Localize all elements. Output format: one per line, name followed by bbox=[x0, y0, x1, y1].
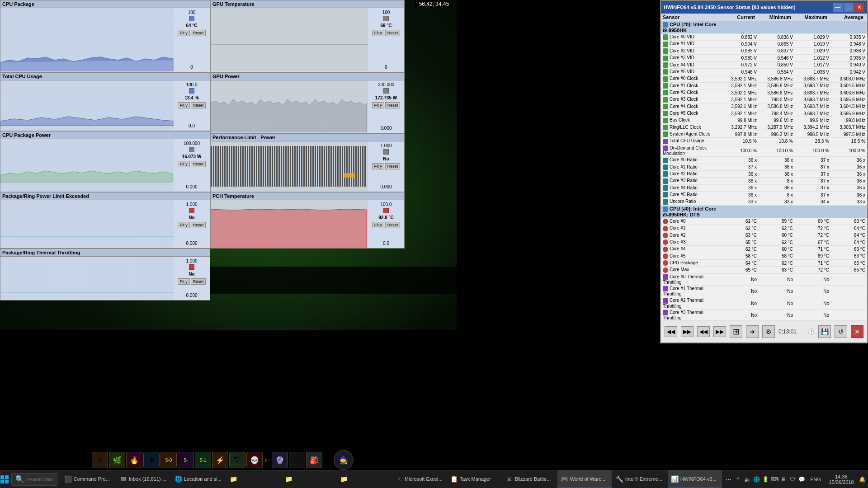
sensor-row[interactable]: Core #1 Clock3,592.1 MHz3,586.8 MHz3,693… bbox=[661, 83, 867, 89]
sensor-row[interactable]: Core #5 VID0.946 V0.554 V1.033 V0.942 V bbox=[661, 69, 867, 75]
ui-btn-1[interactable]: 🧙 bbox=[334, 450, 354, 470]
sensor-row[interactable]: Core #1 VID0.904 V0.865 V1.019 V0.948 V bbox=[661, 41, 867, 47]
ability-5[interactable]: 5-0 bbox=[160, 452, 177, 468]
cpu-pkg-fit-btn[interactable]: Fit y bbox=[178, 30, 190, 36]
taskbar-app-intel[interactable]: 🔧 Intel® Extreme... bbox=[613, 470, 667, 488]
taskbar-app-cmd[interactable]: ⬛ Command Pro... bbox=[61, 470, 115, 488]
pkg-ring-reset-btn[interactable]: Reset bbox=[191, 222, 206, 228]
pkg-thermal-fit-btn[interactable]: Fit y bbox=[178, 278, 190, 285]
sensor-row[interactable]: Core #3 Thermal ThrottlingNoNoNo bbox=[661, 310, 867, 320]
sensor-row[interactable]: Core #2 Ratio36 x36 x37 x36 x bbox=[661, 171, 867, 178]
cpu-usage-reset-btn[interactable]: Reset bbox=[191, 102, 206, 108]
sensor-row[interactable]: Core #4 VID0.972 V0.850 V1.017 V0.940 V bbox=[661, 62, 867, 69]
ability-3[interactable]: 🔥 bbox=[126, 452, 142, 468]
sensor-row[interactable]: Core #162 °C62 °C72 °C64 °C bbox=[661, 225, 867, 232]
ability-8[interactable]: ⚡ bbox=[212, 452, 228, 468]
ability-7[interactable]: 5-1 bbox=[195, 452, 211, 468]
sensor-row[interactable]: Core #3 Clock3,592.1 MHz798.0 MHz3,693.7… bbox=[661, 96, 867, 103]
perf-limit-fit-btn[interactable]: Fit y bbox=[372, 163, 384, 169]
taskbar-search[interactable]: 🔍 bbox=[11, 473, 57, 486]
sensor-row[interactable]: Core #5 Clock3,592.1 MHz798.4 MHz3,693.7… bbox=[661, 110, 867, 117]
tray-icon-6[interactable]: 🖥 bbox=[779, 475, 788, 483]
sensor-row[interactable]: Core #0 Ratio36 x36 x37 x36 x bbox=[661, 157, 867, 164]
sensor-row[interactable]: Core #4 Clock3,592.1 MHz3,586.8 MHz3,693… bbox=[661, 103, 867, 110]
pkg-thermal-reset-btn[interactable]: Reset bbox=[191, 278, 206, 285]
taskbar-app-email[interactable]: ✉ Inbox (16,811) ... bbox=[116, 470, 170, 488]
sensor-row[interactable]: Core #1 Thermal ThrottlingNoNoNo bbox=[661, 286, 867, 297]
taskbar-app-hwinfo[interactable]: 📊 HWiNFO64 v5... bbox=[668, 470, 722, 488]
taskbar-app-taskmgr[interactable]: 📋 Task Manager bbox=[447, 470, 501, 488]
sensor-row[interactable]: Core #4 Ratio36 x36 x37 x36 x bbox=[661, 185, 867, 192]
ability-bag[interactable]: 🎒 bbox=[306, 452, 322, 468]
taskbar-language[interactable]: ENG bbox=[807, 477, 825, 482]
sensor-row[interactable]: Core #365 °C62 °C67 °C64 °C bbox=[661, 239, 867, 246]
taskbar-app-location[interactable]: 🌐 Location and si... bbox=[171, 470, 226, 488]
hwinfo-fwd-btn[interactable]: ▶▶ bbox=[681, 326, 693, 337]
sensor-row[interactable]: Core #0 VID0.882 V0.836 V1.029 V0.935 V bbox=[661, 34, 867, 41]
taskbar-app-folder3[interactable]: 📁 bbox=[337, 470, 391, 488]
taskbar-app-folder2[interactable]: 📁 bbox=[282, 470, 336, 488]
sensor-row[interactable]: Core #3 VID0.980 V0.546 V1.012 V0.935 V bbox=[661, 55, 867, 61]
taskbar-app-folder1[interactable]: 📁 bbox=[226, 470, 281, 488]
taskbar-clock[interactable]: 14:38 15/06/2018 bbox=[826, 474, 857, 485]
gpu-temp-reset-btn[interactable]: Reset bbox=[385, 30, 401, 36]
taskbar-app-excel[interactable]: X Microsoft Excel... bbox=[392, 470, 446, 488]
gpu-power-reset-btn[interactable]: Reset bbox=[385, 102, 401, 108]
sensor-row[interactable]: Core #462 °C60 °C71 °C63 °C bbox=[661, 246, 867, 253]
ability-11[interactable]: 🔮 bbox=[272, 452, 288, 468]
sensor-row[interactable]: CPU Package64 °C62 °C71 °C65 °C bbox=[661, 260, 867, 267]
cpu-power-fit-btn[interactable]: Fit y bbox=[178, 161, 190, 167]
cpu-pkg-reset-btn[interactable]: Reset bbox=[191, 30, 206, 36]
taskbar-more-apps[interactable]: ··· bbox=[723, 475, 734, 483]
pkg-ring-fit-btn[interactable]: Fit y bbox=[178, 222, 190, 228]
hwinfo-minimize-btn[interactable]: — bbox=[833, 3, 843, 12]
hwinfo-close2-icon[interactable]: ✕ bbox=[851, 325, 863, 338]
sensor-row[interactable]: Core #0 Clock3,592.1 MHz3,586.8 MHz3,693… bbox=[661, 75, 867, 82]
sensor-row[interactable]: Ring/LLC Clock3,292.7 MHz3,287.9 MHz3,39… bbox=[661, 124, 867, 131]
sensor-row[interactable]: Core #2 Thermal ThrottlingNoNoNo bbox=[661, 297, 867, 309]
cpu-usage-fit-btn[interactable]: Fit y bbox=[178, 102, 190, 108]
sensor-row[interactable]: Core #5 Ratio36 x8 x37 x36 x bbox=[661, 192, 867, 198]
taskbar-app-battle[interactable]: ⚔ Blizzard Battle... bbox=[502, 470, 557, 488]
tray-icon-7[interactable]: 🛡 bbox=[788, 475, 797, 483]
search-input[interactable] bbox=[26, 477, 53, 482]
ability-9[interactable]: 🛡 bbox=[229, 452, 245, 468]
pch-temp-fit-btn[interactable]: Fit y bbox=[372, 222, 384, 228]
tray-icon-3[interactable]: 🌐 bbox=[752, 475, 760, 483]
sensor-row[interactable]: Core #1 Ratio37 x36 x37 x36 x bbox=[661, 164, 867, 171]
sensor-row[interactable]: Uncore Ratio33 x33 x34 x33 x bbox=[661, 198, 867, 205]
sensor-row[interactable]: Total CPU Usage10.9 %10.8 %28.3 %16.5 % bbox=[661, 138, 867, 145]
hwinfo-close-btn[interactable]: ✕ bbox=[854, 3, 864, 12]
tray-icon-4[interactable]: 🔋 bbox=[761, 475, 769, 483]
pch-temp-reset-btn[interactable]: Reset bbox=[385, 222, 401, 228]
perf-limit-reset-btn[interactable]: Reset bbox=[385, 163, 401, 169]
start-button[interactable] bbox=[0, 470, 9, 488]
ability-2[interactable]: 🌿 bbox=[109, 452, 125, 468]
sensor-row[interactable]: Core #558 °C58 °C69 °C63 °C bbox=[661, 253, 867, 260]
tray-icon-5[interactable]: ⌨ bbox=[770, 475, 778, 483]
hwinfo-fwd-btn2[interactable]: ▶▶ bbox=[713, 326, 726, 337]
notification-btn[interactable]: 🔔 bbox=[858, 475, 866, 483]
sensor-row[interactable]: Bus Clock99.8 MHz99.6 MHz99.9 MHz99.8 MH… bbox=[661, 117, 867, 124]
taskbar-app-wow[interactable]: 🎮 World of Warc... bbox=[557, 470, 612, 488]
ability-1[interactable]: ⚔ bbox=[92, 452, 108, 468]
ability-6[interactable]: 5- bbox=[178, 452, 194, 468]
sensor-row[interactable]: Core #061 °C59 °C69 °C63 °C bbox=[661, 218, 867, 225]
gpu-power-fit-btn[interactable]: Fit y bbox=[372, 102, 384, 108]
sensor-row[interactable]: Core Max65 °C63 °C72 °C65 °C bbox=[661, 267, 867, 273]
sensor-row[interactable]: Core #0 Thermal ThrottlingNoNoNo bbox=[661, 274, 867, 286]
ability-10[interactable]: 💀 bbox=[246, 452, 263, 468]
ability-4[interactable]: ❄ bbox=[143, 452, 160, 468]
sensor-row[interactable]: System Agent Clock997.8 MHz996.3 MHz998.… bbox=[661, 131, 867, 138]
tray-icon-2[interactable]: 🔈 bbox=[743, 475, 751, 483]
cpu-power-reset-btn[interactable]: Reset bbox=[191, 161, 206, 167]
sensor-row[interactable]: Core #2 VID0.985 V0.837 V1.029 V0.936 V bbox=[661, 48, 867, 55]
tray-icon-8[interactable]: 💬 bbox=[797, 475, 806, 483]
sensor-row[interactable]: Core #2 Clock3,592.1 MHz3,586.8 MHz3,693… bbox=[661, 89, 867, 96]
sensor-row[interactable]: Core #263 °C60 °C72 °C64 °C bbox=[661, 232, 867, 239]
sensor-row[interactable]: On-Demand Clock Modulation100.0 %100.0 %… bbox=[661, 145, 867, 157]
tray-icon-1[interactable]: ^ bbox=[734, 475, 742, 483]
hwinfo-back-back-btn[interactable]: ◀◀ bbox=[665, 326, 677, 337]
gpu-temp-fit-btn[interactable]: Fit y bbox=[372, 30, 384, 36]
sensor-row[interactable]: Core #3 Ratio36 x8 x37 x36 x bbox=[661, 178, 867, 184]
